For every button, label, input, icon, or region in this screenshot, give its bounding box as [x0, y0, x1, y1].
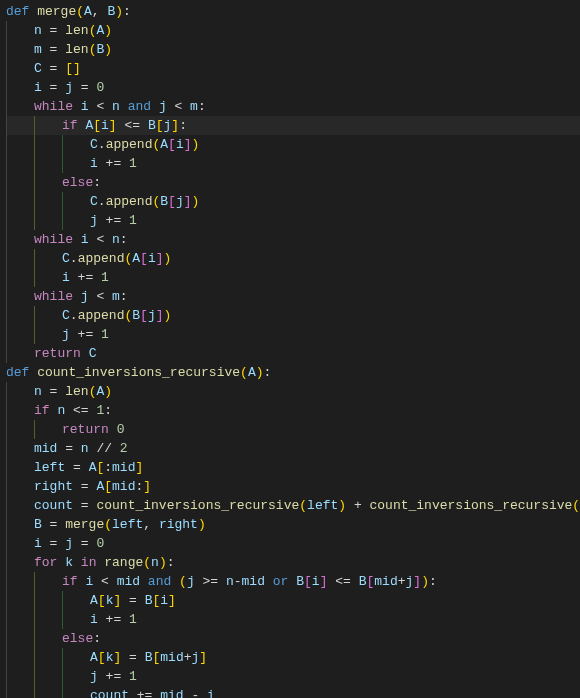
- indent-guides: [6, 686, 90, 698]
- code-line[interactable]: if n <= 1:: [6, 401, 580, 420]
- code-text: n = len(A): [34, 382, 112, 401]
- indent-guides: [6, 97, 34, 116]
- indent-guides: [6, 496, 34, 515]
- indent-guides: [6, 21, 34, 40]
- code-text: i += 1: [90, 610, 137, 629]
- indent-guides: [6, 59, 34, 78]
- code-text: j += 1: [62, 325, 109, 344]
- indent-guides: [6, 325, 62, 344]
- code-line[interactable]: j += 1: [6, 211, 580, 230]
- indent-guides: [6, 572, 62, 591]
- code-line[interactable]: count += mid - i: [6, 686, 580, 698]
- code-text: count += mid - i: [90, 686, 215, 698]
- code-text: right = A[mid:]: [34, 477, 151, 496]
- indent-guides: [6, 591, 90, 610]
- indent-guides: [6, 610, 90, 629]
- code-line[interactable]: left = A[:mid]: [6, 458, 580, 477]
- code-line[interactable]: C = []: [6, 59, 580, 78]
- indent-guides: [6, 116, 62, 135]
- code-line[interactable]: j += 1: [6, 667, 580, 686]
- code-text: else:: [62, 173, 101, 192]
- indent-guides: [6, 420, 62, 439]
- indent-guides: [6, 287, 34, 306]
- code-line[interactable]: C.append(B[j]): [6, 306, 580, 325]
- code-text: return C: [34, 344, 96, 363]
- indent-guides: [6, 78, 34, 97]
- code-text: i = j = 0: [34, 534, 104, 553]
- indent-guides: [6, 667, 90, 686]
- code-line[interactable]: while i < n:: [6, 230, 580, 249]
- code-line[interactable]: while j < m:: [6, 287, 580, 306]
- code-line[interactable]: right = A[mid:]: [6, 477, 580, 496]
- code-line[interactable]: else:: [6, 629, 580, 648]
- code-line[interactable]: m = len(B): [6, 40, 580, 59]
- indent-guides: [6, 648, 90, 667]
- indent-guides: [6, 154, 90, 173]
- indent-guides: [6, 230, 34, 249]
- code-line[interactable]: C.append(B[j]): [6, 192, 580, 211]
- code-text: C.append(B[j]): [90, 192, 199, 211]
- code-line[interactable]: if i < mid and (j >= n-mid or B[i] <= B[…: [6, 572, 580, 591]
- code-line[interactable]: if A[i] <= B[j]:: [6, 116, 580, 135]
- code-line[interactable]: C.append(A[i]): [6, 249, 580, 268]
- code-text: n = len(A): [34, 21, 112, 40]
- code-text: if i < mid and (j >= n-mid or B[i] <= B[…: [62, 572, 437, 591]
- indent-guides: [6, 439, 34, 458]
- code-text: for k in range(n):: [34, 553, 175, 572]
- code-line[interactable]: else:: [6, 173, 580, 192]
- code-line[interactable]: A[k] = B[mid+j]: [6, 648, 580, 667]
- code-line[interactable]: def merge(A, B):: [6, 2, 580, 21]
- indent-guides: [6, 40, 34, 59]
- code-line[interactable]: A[k] = B[i]: [6, 591, 580, 610]
- indent-guides: [6, 135, 90, 154]
- indent-guides: [6, 268, 62, 287]
- code-text: left = A[:mid]: [34, 458, 143, 477]
- code-line[interactable]: def count_inversions_recursive(A):: [6, 363, 580, 382]
- code-text: i = j = 0: [34, 78, 104, 97]
- code-text: C = []: [34, 59, 81, 78]
- code-line[interactable]: i += 1: [6, 268, 580, 287]
- code-text: A[k] = B[i]: [90, 591, 176, 610]
- code-line[interactable]: i += 1: [6, 154, 580, 173]
- code-text: count = count_inversions_recursive(left)…: [34, 496, 580, 515]
- code-text: m = len(B): [34, 40, 112, 59]
- code-editor[interactable]: def merge(A, B):n = len(A)m = len(B)C = …: [0, 0, 580, 698]
- indent-guides: [6, 306, 62, 325]
- indent-guides: [6, 477, 34, 496]
- code-line[interactable]: mid = n // 2: [6, 439, 580, 458]
- code-line[interactable]: n = len(A): [6, 382, 580, 401]
- indent-guides: [6, 382, 34, 401]
- code-line[interactable]: i += 1: [6, 610, 580, 629]
- code-line[interactable]: C.append(A[i]): [6, 135, 580, 154]
- code-line[interactable]: for k in range(n):: [6, 553, 580, 572]
- code-text: j += 1: [90, 667, 137, 686]
- code-text: C.append(A[i]): [90, 135, 199, 154]
- code-line[interactable]: return 0: [6, 420, 580, 439]
- indent-guides: [6, 534, 34, 553]
- code-text: while i < n:: [34, 230, 128, 249]
- code-line[interactable]: B = merge(left, right): [6, 515, 580, 534]
- indent-guides: [6, 192, 90, 211]
- code-text: if A[i] <= B[j]:: [62, 116, 187, 135]
- code-text: return 0: [62, 420, 124, 439]
- code-text: while j < m:: [34, 287, 128, 306]
- code-text: A[k] = B[mid+j]: [90, 648, 207, 667]
- code-text: C.append(B[j]): [62, 306, 171, 325]
- code-text: def merge(A, B):: [6, 2, 131, 21]
- indent-guides: [6, 344, 34, 363]
- code-line[interactable]: i = j = 0: [6, 534, 580, 553]
- indent-guides: [6, 173, 62, 192]
- code-line[interactable]: j += 1: [6, 325, 580, 344]
- indent-guides: [6, 249, 62, 268]
- code-line[interactable]: count = count_inversions_recursive(left)…: [6, 496, 580, 515]
- code-text: j += 1: [90, 211, 137, 230]
- code-line[interactable]: while i < n and j < m:: [6, 97, 580, 116]
- indent-guides: [6, 211, 90, 230]
- code-text: i += 1: [62, 268, 109, 287]
- indent-guides: [6, 458, 34, 477]
- code-line[interactable]: return C: [6, 344, 580, 363]
- indent-guides: [6, 515, 34, 534]
- code-line[interactable]: i = j = 0: [6, 78, 580, 97]
- code-line[interactable]: n = len(A): [6, 21, 580, 40]
- code-text: while i < n and j < m:: [34, 97, 206, 116]
